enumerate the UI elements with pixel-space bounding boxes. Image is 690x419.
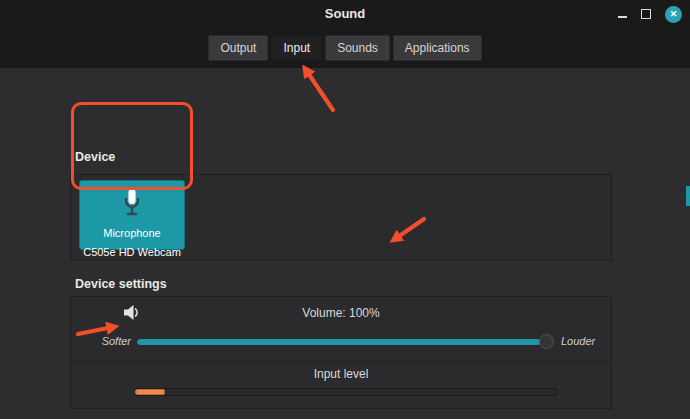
titlebar[interactable]: Sound ✕	[0, 0, 690, 28]
input-level-bar	[134, 388, 558, 396]
content-area: Device Microphone C505e HD Webcam Device…	[0, 68, 690, 419]
device-section-heading: Device	[75, 150, 115, 164]
sound-window: Sound ✕ Output Input Sounds Applications…	[0, 0, 690, 419]
slider-max-label: Louder	[561, 335, 595, 347]
volume-slider-track[interactable]	[137, 339, 541, 345]
tab-sounds[interactable]: Sounds	[325, 35, 390, 61]
maximize-icon[interactable]	[641, 9, 651, 19]
device-name-line1: Microphone	[103, 227, 160, 241]
tab-output[interactable]: Output	[208, 35, 268, 61]
microphone-icon	[120, 188, 144, 222]
window-controls: ✕	[618, 0, 682, 28]
window-title: Sound	[0, 0, 690, 28]
tab-applications[interactable]: Applications	[393, 35, 482, 61]
volume-slider-handle[interactable]	[539, 334, 554, 349]
device-settings-panel: Volume: 100% Softer Louder Input level	[70, 296, 612, 409]
volume-slider-fill	[137, 339, 541, 345]
minimize-icon[interactable]	[618, 16, 627, 18]
settings-section-heading: Device settings	[75, 277, 167, 291]
slider-min-label: Softer	[91, 335, 131, 347]
close-icon[interactable]: ✕	[665, 6, 682, 23]
volume-value-label: Volume: 100%	[71, 306, 611, 320]
panel-divider	[71, 361, 611, 362]
device-list: Microphone C505e HD Webcam	[70, 174, 612, 261]
scrollbar-thumb[interactable]	[686, 186, 690, 206]
tab-bar: Output Input Sounds Applications	[0, 28, 690, 68]
tab-input[interactable]: Input	[271, 35, 322, 61]
input-level-label: Input level	[71, 367, 611, 381]
input-level-fill	[135, 389, 165, 395]
device-name-line2: C505e HD Webcam	[83, 246, 181, 260]
device-card-microphone[interactable]: Microphone C505e HD Webcam	[79, 180, 185, 250]
